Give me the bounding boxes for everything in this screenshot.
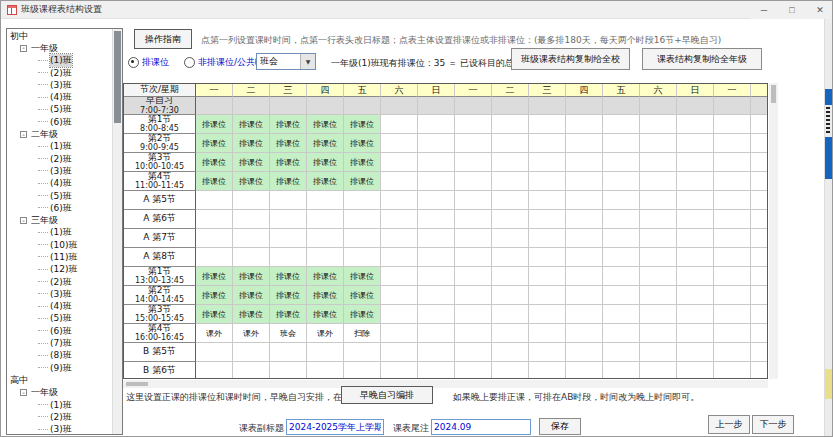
timetable-cell[interactable] [455, 115, 492, 134]
slot-cell[interactable]: 排课位 [196, 134, 233, 153]
timetable-cell[interactable] [381, 267, 418, 286]
timetable-cell[interactable] [381, 305, 418, 324]
day-header-cell[interactable]: 日 [418, 84, 455, 97]
timetable-cell[interactable] [751, 134, 768, 153]
timetable-cell[interactable] [714, 153, 751, 172]
tree-item-class[interactable]: (2)班 [7, 153, 113, 165]
slot-cell[interactable]: 排课位 [233, 286, 270, 305]
timetable-cell[interactable] [529, 343, 566, 362]
timetable-cell[interactable] [418, 267, 455, 286]
timetable-cell[interactable] [677, 324, 714, 343]
timetable-cell[interactable] [603, 324, 640, 343]
timetable-cell[interactable] [566, 267, 603, 286]
timetable-cell[interactable] [529, 191, 566, 210]
nonslot-type-dropdown[interactable]: 班会 ▼ [256, 53, 316, 70]
day-header-cell[interactable]: 三 [529, 84, 566, 97]
timetable-cell[interactable] [529, 324, 566, 343]
timetable-cell[interactable] [307, 97, 344, 115]
timetable-cell[interactable] [455, 134, 492, 153]
timetable-cell[interactable] [640, 343, 677, 362]
timetable-cell[interactable]: 班会 [270, 324, 307, 343]
tree-item-class[interactable]: (5)班 [7, 104, 113, 116]
period-label-cell[interactable]: A 第5节 [124, 191, 196, 210]
slot-cell[interactable]: 排课位 [344, 115, 381, 134]
tree-item-class[interactable]: (1)班 [7, 227, 113, 239]
day-header-cell[interactable] [751, 84, 768, 97]
timetable-cell[interactable] [714, 115, 751, 134]
timetable-cell[interactable] [603, 153, 640, 172]
day-header-cell[interactable]: 六 [381, 84, 418, 97]
tree-item-class[interactable]: (4)班 [7, 178, 113, 190]
timetable-cell[interactable] [566, 305, 603, 324]
timetable-cell[interactable] [714, 191, 751, 210]
timetable-cell[interactable] [529, 286, 566, 305]
period-label-cell[interactable]: 第3节10:00-10:45 [124, 153, 196, 172]
timetable-cell[interactable] [751, 229, 768, 248]
timetable-cell[interactable] [381, 115, 418, 134]
timetable-cell[interactable] [233, 97, 270, 115]
slot-cell[interactable]: 排课位 [196, 267, 233, 286]
table-hscroll-thumb[interactable] [126, 382, 148, 386]
timetable-cell[interactable] [566, 115, 603, 134]
day-header-cell[interactable]: 一 [455, 84, 492, 97]
timetable-cell[interactable] [603, 286, 640, 305]
timetable-cell[interactable] [566, 343, 603, 362]
period-label-cell[interactable]: 第3节15:00-15:45 [124, 305, 196, 324]
period-label-cell[interactable]: A 第6节 [124, 210, 196, 229]
timetable-cell[interactable] [677, 97, 714, 115]
timetable-cell[interactable] [418, 286, 455, 305]
timetable-cell[interactable] [196, 191, 233, 210]
timetable-cell[interactable] [455, 248, 492, 267]
tree-item-class[interactable]: (1)班 [7, 55, 113, 67]
timetable-cell[interactable] [677, 267, 714, 286]
timetable-cell[interactable] [455, 267, 492, 286]
day-header-cell[interactable]: 二 [233, 84, 270, 97]
timetable-cell[interactable] [566, 97, 603, 115]
timetable-cell[interactable] [566, 286, 603, 305]
timetable-cell[interactable] [640, 229, 677, 248]
timetable-cell[interactable] [529, 229, 566, 248]
timetable-cell[interactable] [455, 286, 492, 305]
slot-cell[interactable]: 排课位 [344, 286, 381, 305]
timetable-cell[interactable] [603, 267, 640, 286]
timetable-cell[interactable] [492, 229, 529, 248]
day-header-cell[interactable]: 五 [603, 84, 640, 97]
timetable-cell[interactable] [529, 305, 566, 324]
timetable-cell[interactable] [714, 97, 751, 115]
timetable-cell[interactable] [566, 153, 603, 172]
tree-scrollbar-thumb[interactable] [114, 31, 121, 123]
slot-cell[interactable]: 排课位 [344, 172, 381, 191]
timetable-cell[interactable] [714, 267, 751, 286]
maximize-icon[interactable]: □ [778, 1, 806, 19]
timetable-cell[interactable] [566, 172, 603, 191]
timetable-cell[interactable] [455, 97, 492, 115]
timetable-cell[interactable] [492, 343, 529, 362]
timetable-cell[interactable] [603, 362, 640, 379]
timetable-cell[interactable] [233, 191, 270, 210]
timetable-cell[interactable] [418, 305, 455, 324]
day-header-cell[interactable]: 六 [640, 84, 677, 97]
timetable-cell[interactable] [566, 210, 603, 229]
period-label-cell[interactable]: 第2节14:00-14:45 [124, 286, 196, 305]
tree-item-class[interactable]: (1)班 [7, 141, 113, 153]
guide-button[interactable]: 操作指南 [134, 29, 192, 49]
timetable-cell[interactable] [492, 248, 529, 267]
morning-evening-study-button[interactable]: 早晚自习编排 [341, 386, 433, 404]
period-label-cell[interactable]: B 第5节 [124, 343, 196, 362]
timetable-cell[interactable] [381, 343, 418, 362]
timetable-cell[interactable] [418, 362, 455, 379]
radio-slot[interactable]: 排课位 [128, 56, 169, 69]
timetable-cell[interactable] [677, 115, 714, 134]
tree-item-class[interactable]: (4)班 [7, 91, 113, 103]
tree-item-class[interactable]: (7)班 [7, 337, 113, 349]
tree-collapse-icon[interactable]: - [20, 131, 27, 138]
slot-cell[interactable]: 排课位 [233, 153, 270, 172]
timetable-cell[interactable] [196, 97, 233, 115]
slot-cell[interactable]: 排课位 [307, 134, 344, 153]
timetable-cell[interactable] [455, 172, 492, 191]
timetable-cell[interactable] [751, 115, 768, 134]
day-header-cell[interactable]: 四 [566, 84, 603, 97]
period-label-cell[interactable]: 第2节9:00-9:45 [124, 134, 196, 153]
timetable-cell[interactable] [714, 248, 751, 267]
timetable-cell[interactable] [307, 343, 344, 362]
